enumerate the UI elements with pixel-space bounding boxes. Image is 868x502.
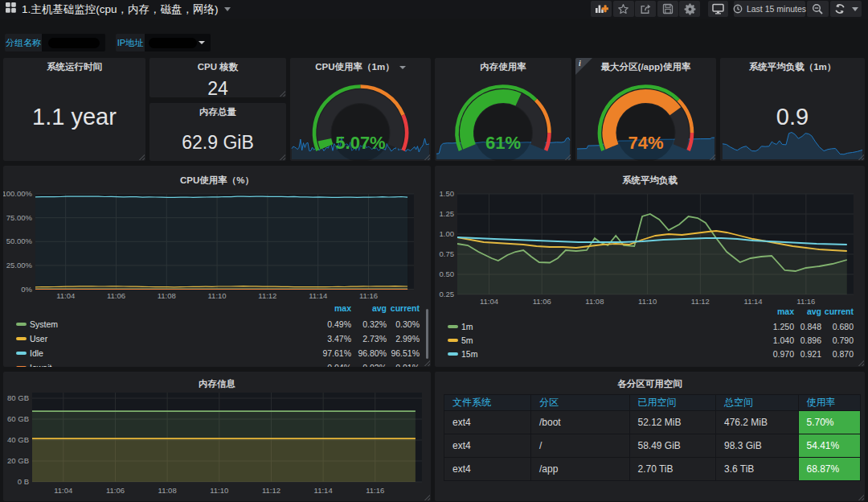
svg-text:11:06: 11:06 [106, 486, 125, 495]
series-stat: 0.790 [805, 335, 854, 345]
resize-handle[interactable] [424, 360, 430, 366]
panel-uptime[interactable]: 系统运行时间 1.1 year [3, 58, 145, 161]
legend-row-User[interactable]: User3.47%2.73%2.99% [3, 332, 431, 347]
series-color-icon [16, 366, 27, 367]
legend-row-Idle[interactable]: Idle97.61%96.80%96.51% [3, 347, 431, 361]
series-stat: 0.870 [805, 349, 854, 359]
panel-title-cpu-cores[interactable]: CPU 核数 [149, 61, 286, 73]
svg-text:11:16: 11:16 [359, 291, 378, 300]
series-name[interactable]: 15m [461, 349, 477, 359]
mem-gauge-value: 61% [435, 133, 571, 154]
resize-handle[interactable] [138, 154, 145, 160]
variable-value-ip[interactable] [145, 34, 211, 51]
legend-row-Iowait[interactable]: Iowait0.04%0.02%0.01% [3, 361, 431, 367]
resize-handle[interactable] [424, 494, 430, 500]
grafana-logo-icon[interactable] [6, 2, 16, 13]
refresh-button[interactable] [830, 1, 862, 17]
svg-text:60 GB: 60 GB [7, 414, 29, 423]
svg-text:11:08: 11:08 [158, 486, 177, 495]
disk-table-header-总空间[interactable]: 总空间 [716, 395, 799, 411]
series-color-icon [16, 337, 27, 340]
panel-cpu-cores[interactable]: CPU 核数 24 [149, 58, 286, 97]
resize-handle[interactable] [858, 154, 864, 160]
legend-row-1m[interactable]: 1m1.2500.8480.680 [435, 320, 865, 335]
svg-text:11:14: 11:14 [744, 297, 763, 306]
disk-table-header-使用率[interactable]: 使用率 [798, 395, 861, 411]
disk-table-header-文件系统[interactable]: 文件系统 [444, 395, 531, 411]
disk-table-cell: ext4 [444, 411, 531, 434]
legend-col-current[interactable]: current [805, 307, 854, 316]
resize-handle[interactable] [424, 154, 430, 160]
cycle-view-mode-button[interactable] [708, 1, 728, 17]
add-panel-button[interactable] [591, 1, 612, 17]
dashboard-title[interactable]: 1.主机基础监控(cpu，内存，磁盘，网络) [22, 2, 231, 17]
panel-app-gauge[interactable]: i 最大分区(/app)使用率 74% [575, 58, 716, 161]
series-name[interactable]: 5m [461, 335, 473, 345]
refresh-icon [834, 3, 845, 14]
svg-text:75.00%: 75.00% [6, 213, 33, 222]
redacted-group-value [48, 38, 100, 48]
resize-handle[interactable] [279, 90, 285, 97]
svg-text:40 GB: 40 GB [7, 435, 29, 444]
panel-title-mem-total[interactable]: 内存总量 [149, 106, 286, 118]
save-dashboard-button[interactable] [657, 1, 678, 17]
disk-table-cell: ext4 [444, 458, 531, 481]
series-name[interactable]: System [30, 319, 58, 329]
panel-mem-chart[interactable]: 内存信息 0 B20 GB40 GB60 GB80 GB11:0411:0611… [3, 372, 431, 501]
svg-text:20 GB: 20 GB [7, 456, 29, 465]
svg-text:11:12: 11:12 [262, 486, 280, 495]
panel-cpu-gauge[interactable]: CPU使用率（1m） 5.07% [290, 58, 431, 161]
svg-text:0%: 0% [21, 285, 32, 294]
svg-text:11:04: 11:04 [54, 486, 72, 495]
panel-load-stat[interactable]: 系统平均负载（1m） 0.9 [720, 58, 865, 161]
time-picker-button[interactable]: Last 15 minutes [734, 1, 805, 17]
series-color-icon [16, 352, 27, 355]
series-color-icon [448, 352, 458, 356]
svg-text:11:10: 11:10 [638, 297, 657, 306]
legend-row-5m[interactable]: 5m1.0400.8960.790 [435, 334, 865, 348]
disk-table-cell: 5.70% [798, 411, 861, 434]
series-name[interactable]: Iowait [30, 363, 51, 368]
uptime-value: 1.1 year [3, 104, 145, 130]
svg-text:0.50: 0.50 [440, 270, 455, 278]
resize-handle[interactable] [564, 154, 571, 160]
zoom-out-icon [812, 3, 824, 15]
series-name[interactable]: User [30, 334, 47, 344]
zoom-out-button[interactable] [807, 1, 829, 17]
legend-scrollbar[interactable] [426, 309, 428, 359]
panel-title-uptime[interactable]: 系统运行时间 [3, 61, 145, 73]
variable-value-group[interactable] [42, 34, 105, 51]
panel-mem-total[interactable]: 内存总量 62.9 GiB [149, 103, 286, 161]
svg-text:11:06: 11:06 [533, 297, 551, 306]
series-name[interactable]: 1m [461, 322, 473, 331]
resize-handle[interactable] [279, 154, 285, 160]
svg-text:11:08: 11:08 [585, 297, 604, 306]
panel-load-chart[interactable]: 系统平均负载 0.250.500.751.001.251.5011:0411:0… [435, 166, 865, 367]
legend-row-15m[interactable]: 15m0.9700.9210.870 [435, 348, 865, 362]
panel-mem-gauge[interactable]: 内存使用率 61% [435, 58, 571, 161]
disk-table-cell: ext4 [444, 434, 531, 458]
disk-table-cell: 68.87% [798, 458, 861, 481]
legend-row-System[interactable]: System0.49%0.32%0.30% [3, 318, 431, 332]
save-icon [662, 3, 674, 14]
series-color-icon [448, 339, 458, 342]
disk-table-header-已用空间[interactable]: 已用空间 [629, 395, 716, 411]
resize-handle[interactable] [858, 494, 864, 500]
panel-title-disk-table[interactable]: 各分区可用空间 [435, 378, 865, 390]
series-name[interactable]: Idle [30, 348, 43, 358]
panel-disk-table[interactable]: 各分区可用空间 文件系统分区已用空间总空间使用率ext4/boot52.12 M… [435, 372, 865, 501]
panel-cpu-chart[interactable]: CPU使用率（%） 0%25.00%50.00%75.00%100.00%11:… [3, 166, 431, 367]
mem-chart: 0 B20 GB40 GB60 GB80 GB11:0411:0611:0811… [3, 372, 431, 501]
resize-handle[interactable] [709, 154, 715, 160]
dashboard-title-caret-icon [224, 7, 231, 11]
dashboard-settings-button[interactable] [679, 1, 700, 17]
disk-table-header-分区[interactable]: 分区 [531, 395, 630, 411]
star-dashboard-button[interactable] [613, 1, 634, 17]
legend-col-current[interactable]: current [371, 303, 420, 313]
svg-text:11:10: 11:10 [210, 486, 228, 495]
svg-text:11:16: 11:16 [366, 486, 384, 495]
share-dashboard-button[interactable] [635, 1, 656, 17]
series-color-icon [448, 325, 458, 328]
disk-table-row: ext4/58.49 GiB98.3 GiB54.41% [444, 434, 861, 458]
resize-handle[interactable] [858, 360, 864, 366]
